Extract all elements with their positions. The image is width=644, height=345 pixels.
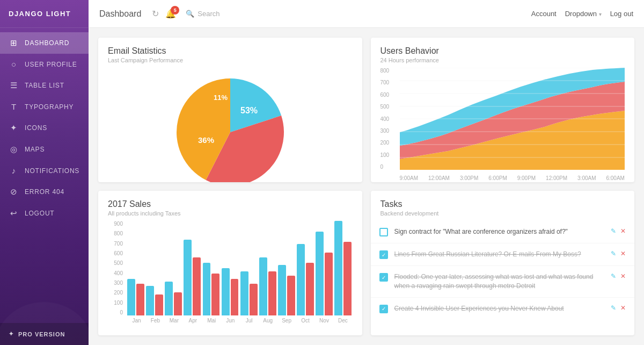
sidebar-label-icons: Icons <box>25 124 47 132</box>
bar-group <box>222 221 239 315</box>
bar-area <box>127 221 353 315</box>
bar-yaxis: 0100200300400500600700800900 <box>108 221 125 315</box>
bar-xlabel: Dec <box>333 318 352 324</box>
task-checkbox[interactable] <box>379 228 388 236</box>
search-input[interactable] <box>197 10 262 18</box>
task-edit-button[interactable]: ✎ <box>611 304 616 312</box>
typography-icon: T <box>9 102 19 111</box>
sidebar-label-notifications: Notifications <box>25 167 79 175</box>
users-body: 0100200300400500600700800 <box>371 68 635 182</box>
page-title: Dashboard <box>99 9 141 19</box>
bar-xlabel: Oct <box>296 318 315 324</box>
account-link[interactable]: Account <box>531 10 557 18</box>
bar-red <box>325 253 333 315</box>
task-delete-button[interactable]: ✕ <box>620 304 626 312</box>
bar-xlabel: Nov <box>315 318 334 324</box>
sidebar-item-logout[interactable]: ↩ Logout <box>0 203 89 224</box>
task-edit-button[interactable]: ✎ <box>611 272 616 280</box>
bar-xaxis: JanFebMarAprMaiJunJulAugSepOctNovDec <box>127 315 353 328</box>
email-stats-title: Email Statistics <box>108 46 353 56</box>
email-stats-header: Email Statistics Last Campaign Performan… <box>98 38 362 68</box>
logout-link[interactable]: Log out <box>610 10 633 18</box>
sidebar-label-dashboard: Dashboard <box>25 39 69 47</box>
chart-yaxis: 0100200300400500600700800 <box>380 68 400 170</box>
bar-group <box>127 221 145 315</box>
task-delete-button[interactable]: ✕ <box>620 227 626 235</box>
bar-group <box>316 221 333 315</box>
bar-cyan <box>297 244 305 315</box>
sales-subtitle: All products including Taxes <box>108 210 353 217</box>
notification-badge: 5 <box>171 6 179 15</box>
dropdown-arrow-icon: ▾ <box>599 11 602 17</box>
sidebar-item-table-list[interactable]: ☰ Table List <box>0 75 89 96</box>
task-delete-button[interactable]: ✕ <box>620 250 626 257</box>
bar-cyan <box>240 271 248 315</box>
search-icon: 🔍 <box>186 10 194 18</box>
task-checkbox[interactable]: ✓ <box>379 250 388 259</box>
content-area: Email Statistics Last Campaign Performan… <box>89 28 644 345</box>
sales-card: 2017 Sales All products including Taxes … <box>98 191 362 335</box>
bar-group <box>334 221 352 315</box>
task-edit-button[interactable]: ✎ <box>611 227 616 235</box>
users-header: Users Behavior 24 Hours performance <box>371 38 635 68</box>
bar-red <box>193 257 201 315</box>
sidebar-item-maps[interactable]: ◎ Maps <box>0 139 89 160</box>
sidebar-item-notifications[interactable]: ♪ Notifications <box>0 160 89 181</box>
sidebar-item-typography[interactable]: T Typography <box>0 96 89 117</box>
users-behavior-card: Users Behavior 24 Hours performance 0100… <box>371 38 635 182</box>
chart-svg-area <box>400 68 625 170</box>
sidebar-label-error404: Error 404 <box>25 188 64 196</box>
task-checkbox[interactable]: ✓ <box>379 305 388 313</box>
users-subtitle: 24 Hours performance <box>380 57 625 63</box>
table-icon: ☰ <box>9 81 19 90</box>
bar-cyan <box>278 265 286 315</box>
dropdown-link[interactable]: Dropdown ▾ <box>565 10 602 18</box>
dropdown-label: Dropdown <box>565 10 597 18</box>
user-icon: ○ <box>9 60 19 69</box>
task-edit-button[interactable]: ✎ <box>611 250 616 257</box>
pro-icon: ✦ <box>9 330 14 337</box>
bar-red <box>174 292 182 315</box>
task-item: Sign contract for "What are conference o… <box>371 221 635 243</box>
sidebar-item-error404[interactable]: ⊘ Error 404 <box>0 181 89 203</box>
brand-logo: DJANGO LIGHT <box>0 0 89 28</box>
bar-cyan <box>203 263 211 315</box>
bar-red <box>343 242 352 315</box>
tasks-body: Sign contract for "What are conference o… <box>371 221 635 320</box>
bar-group <box>203 221 221 315</box>
svg-text:11%: 11% <box>214 94 228 102</box>
task-checkbox[interactable]: ✓ <box>379 273 388 282</box>
search-box[interactable]: 🔍 <box>186 10 262 18</box>
icons-icon: ✦ <box>9 123 19 133</box>
sidebar: DJANGO LIGHT ⊞ Dashboard ○ User Profile … <box>0 0 89 345</box>
bar-xlabel: Aug <box>259 318 277 324</box>
task-text: Lines From Great Russian Literature? Or … <box>394 250 605 259</box>
bar-red <box>211 274 219 315</box>
bar-red <box>287 276 295 315</box>
task-text: Flooded: One year later, assessing what … <box>394 272 605 291</box>
task-actions: ✎✕ <box>611 250 626 257</box>
sidebar-item-user-profile[interactable]: ○ User Profile <box>0 54 89 75</box>
email-stats-body: 53% 36% 11% Open Bounce <box>98 68 362 182</box>
sidebar-label-maps: Maps <box>25 146 45 153</box>
logout-icon: ↩ <box>9 209 19 218</box>
tasks-card: Tasks Backend development Sign contract … <box>371 191 635 335</box>
area-chart: 0100200300400500600700800 <box>380 68 625 182</box>
users-title: Users Behavior <box>380 46 625 56</box>
refresh-icon[interactable]: ↻ <box>152 9 159 19</box>
pro-version-button[interactable]: ✦ Pro Version <box>0 323 89 345</box>
bar-cyan <box>222 268 230 315</box>
task-item: ✓Lines From Great Russian Literature? Or… <box>371 243 635 266</box>
bar-chart: 0100200300400500600700800900 JanFebMarAp… <box>108 221 353 328</box>
task-item: ✓Create 4 Invisible User Experiences you… <box>371 298 635 320</box>
notification-bell[interactable]: 🔔 5 <box>165 9 176 19</box>
bar-cyan <box>316 232 324 315</box>
notifications-icon: ♪ <box>9 166 19 175</box>
sales-header: 2017 Sales All products including Taxes <box>98 191 362 221</box>
header: Dashboard ↻ 🔔 5 🔍 Account Dropdown ▾ Log… <box>89 0 644 28</box>
bar-cyan <box>165 282 173 315</box>
task-delete-button[interactable]: ✕ <box>620 272 626 280</box>
task-text: Sign contract for "What are conference o… <box>394 227 605 236</box>
sidebar-item-dashboard[interactable]: ⊞ Dashboard <box>0 32 89 54</box>
sidebar-item-icons[interactable]: ✦ Icons <box>0 117 89 139</box>
